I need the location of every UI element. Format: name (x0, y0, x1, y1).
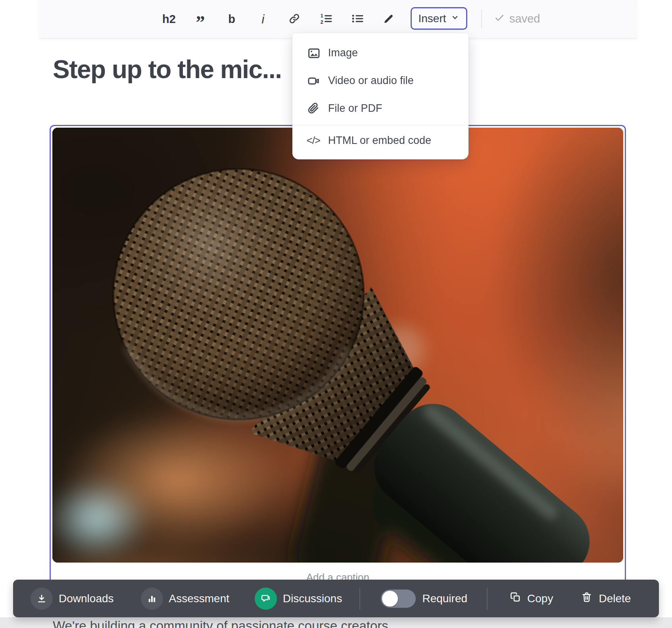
delete-button[interactable]: Delete (581, 591, 631, 606)
ordered-list-button[interactable]: 1 2 (317, 10, 334, 28)
image-block[interactable]: Add a caption (50, 125, 626, 603)
toggle-track[interactable] (381, 590, 416, 608)
bullet-list-icon (351, 12, 363, 26)
copy-button[interactable]: Copy (509, 591, 553, 606)
menu-item-label: Image (328, 47, 358, 59)
italic-button[interactable]: i (254, 10, 272, 28)
save-status: saved (494, 12, 540, 26)
paperclip-icon (307, 102, 320, 115)
chevron-down-icon (450, 12, 460, 25)
italic-icon: i (262, 13, 265, 25)
microphone-illustration (52, 128, 623, 563)
quote-icon: ” (196, 19, 205, 26)
code-icon: </> (307, 134, 320, 147)
menu-item-label: HTML or embed code (328, 134, 431, 147)
ordered-list-icon: 1 2 (319, 12, 332, 26)
delete-label: Delete (599, 592, 631, 605)
next-block-text: We're building a community of passionate… (53, 618, 388, 628)
link-button[interactable] (286, 10, 303, 28)
discussions-label: Discussions (283, 592, 342, 605)
menu-item-video[interactable]: Video or audio file (292, 67, 468, 94)
editor-toolbar: h2 ” b i 1 2 (39, 0, 637, 38)
bold-button[interactable]: b (223, 10, 240, 28)
copy-icon (509, 591, 521, 606)
assessment-label: Assessment (169, 592, 230, 605)
discussions-button[interactable]: Discussions (255, 588, 342, 610)
toggle-knob (382, 591, 398, 607)
heading-2-icon: h2 (162, 13, 176, 25)
menu-item-label: File or PDF (328, 102, 382, 115)
video-icon (307, 74, 320, 87)
highlighter-button[interactable] (380, 10, 397, 28)
menu-item-image[interactable]: Image (292, 39, 468, 67)
svg-text:1: 1 (321, 13, 323, 18)
svg-text:2: 2 (321, 19, 323, 25)
lesson-action-bar: Downloads Assessment Discussions Require… (13, 580, 659, 617)
assessment-button[interactable]: Assessment (141, 588, 230, 610)
blockquote-button[interactable]: ” (192, 10, 209, 28)
trash-icon (581, 591, 593, 606)
downloads-button[interactable]: Downloads (31, 588, 114, 610)
link-icon (288, 13, 300, 26)
action-bar-divider (359, 588, 360, 610)
menu-item-label: Video or audio file (328, 75, 414, 87)
next-block-preview: We're building a community of passionate… (0, 617, 672, 628)
action-bar-divider (487, 588, 488, 610)
download-icon (31, 588, 53, 610)
insert-button-label: Insert (418, 12, 446, 25)
downloads-label: Downloads (59, 592, 114, 605)
menu-item-file[interactable]: File or PDF (292, 94, 468, 122)
toolbar-divider (481, 10, 482, 28)
heading-2-button[interactable]: h2 (160, 10, 178, 28)
insert-button[interactable]: Insert (411, 7, 467, 30)
menu-item-embed[interactable]: </> HTML or embed code (292, 125, 468, 155)
save-status-label: saved (509, 12, 540, 25)
bullet-list-button[interactable] (348, 10, 366, 28)
bar-chart-icon (141, 588, 163, 610)
bold-icon: b (228, 13, 235, 25)
required-label: Required (422, 592, 467, 605)
image-icon (307, 46, 320, 59)
microphone-photo (52, 128, 623, 563)
pencil-icon (382, 13, 394, 26)
discussions-icon (255, 588, 277, 610)
insert-menu: Image Video or audio file File or PDF </… (292, 33, 468, 159)
required-toggle[interactable]: Required (381, 590, 467, 608)
check-icon (494, 12, 505, 26)
page-title[interactable]: Step up to the mic... (53, 55, 282, 84)
copy-label: Copy (527, 592, 553, 605)
